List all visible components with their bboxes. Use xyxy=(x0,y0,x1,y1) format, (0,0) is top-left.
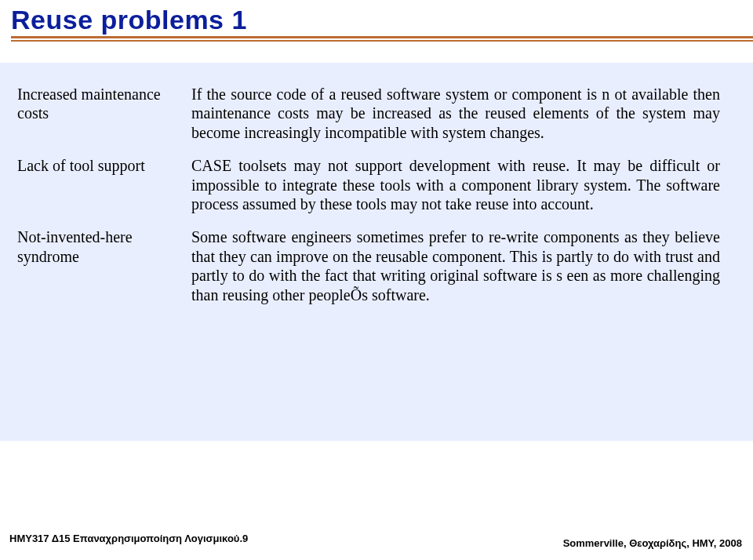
footer-right: Sommerville, Θεοχαρίδης, ΗΜΥ, 2008 xyxy=(563,537,742,549)
divider-thin xyxy=(11,40,753,42)
divider-thick xyxy=(11,36,753,38)
table-row: Lack of tool support CASE toolsets may n… xyxy=(17,156,720,213)
content-band: Increased maintenance costs If the sourc… xyxy=(0,63,753,441)
footer-left: ΗΜΥ317 Δ15 Επαναχρησιμοποίηση Λογισμικού… xyxy=(9,533,248,544)
row-text: CASE toolsets may not support developmen… xyxy=(191,156,720,213)
row-text: If the source code of a reused software … xyxy=(191,85,720,142)
row-label: Not-invented-here syndrome xyxy=(17,227,191,304)
table-row: Increased maintenance costs If the sourc… xyxy=(17,85,720,142)
row-label: Increased maintenance costs xyxy=(17,85,191,142)
page-title: Reuse problems 1 xyxy=(11,5,247,35)
row-text: Some software engineers sometimes prefer… xyxy=(191,227,720,304)
row-label: Lack of tool support xyxy=(17,156,191,213)
table-row: Not-invented-here syndrome Some software… xyxy=(17,227,720,304)
